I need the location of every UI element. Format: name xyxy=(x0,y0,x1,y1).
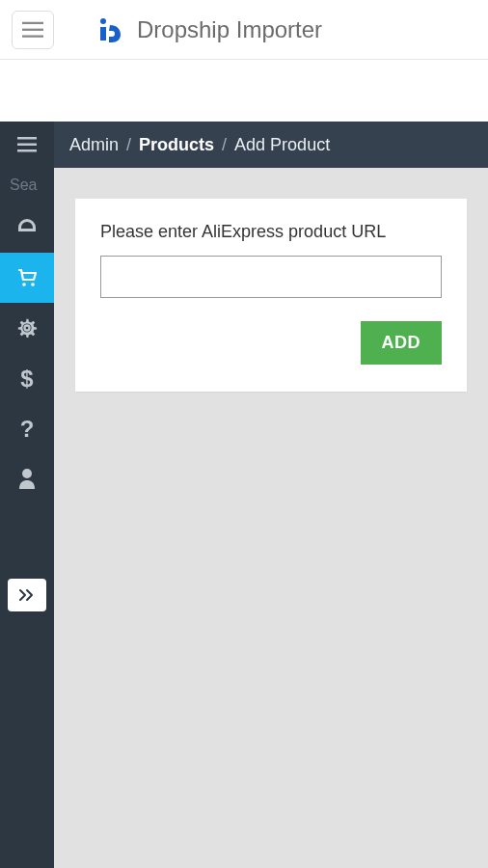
svg-point-11 xyxy=(31,283,35,286)
sidebar-item-help[interactable]: ? xyxy=(0,403,54,453)
main-container: Sea $ xyxy=(0,122,488,868)
gauge-icon xyxy=(15,216,39,239)
chevron-double-right-icon xyxy=(18,588,36,602)
menu-icon xyxy=(17,137,37,152)
top-header: Dropship Importer xyxy=(0,0,488,60)
breadcrumb-products[interactable]: Products xyxy=(139,135,214,155)
dollar-icon: $ xyxy=(19,366,35,391)
sidebar-search-placeholder: Sea xyxy=(10,176,37,194)
gear-icon xyxy=(16,317,38,339)
svg-rect-6 xyxy=(17,149,37,152)
product-url-input[interactable] xyxy=(100,256,442,298)
url-input-label: Please enter AliExpress product URL xyxy=(100,222,442,242)
svg-text:$: $ xyxy=(20,366,33,391)
sidebar-item-account[interactable] xyxy=(0,453,54,503)
user-icon xyxy=(17,468,37,489)
svg-point-10 xyxy=(22,283,26,286)
svg-rect-0 xyxy=(22,21,43,23)
app-title: Dropship Importer xyxy=(137,16,322,43)
sidebar-toggle-button[interactable] xyxy=(0,122,54,168)
add-button[interactable]: ADD xyxy=(361,321,443,365)
hamburger-button[interactable] xyxy=(12,11,54,49)
sidebar-item-products[interactable] xyxy=(0,253,54,303)
svg-rect-1 xyxy=(22,28,43,30)
logo-area: Dropship Importer xyxy=(95,14,322,45)
svg-rect-2 xyxy=(22,35,43,37)
cart-icon xyxy=(15,266,39,289)
svg-text:?: ? xyxy=(20,416,35,441)
header-gap xyxy=(0,60,488,122)
svg-rect-5 xyxy=(17,144,37,147)
breadcrumb-admin[interactable]: Admin xyxy=(69,135,119,155)
sidebar-expand-button[interactable] xyxy=(8,579,46,611)
breadcrumb: Admin / Products / Add Product xyxy=(54,122,488,168)
content-body: Please enter AliExpress product URL ADD xyxy=(54,168,488,868)
svg-point-14 xyxy=(22,469,32,478)
svg-point-9 xyxy=(30,225,32,227)
question-icon: ? xyxy=(19,416,35,441)
svg-point-8 xyxy=(26,223,28,225)
content-area: Admin / Products / Add Product Please en… xyxy=(54,122,488,868)
breadcrumb-add-product: Add Product xyxy=(234,135,330,155)
sidebar-item-dashboard[interactable] xyxy=(0,203,54,253)
svg-point-3 xyxy=(100,18,106,24)
svg-rect-4 xyxy=(17,137,37,140)
breadcrumb-sep: / xyxy=(126,135,131,155)
sidebar: Sea $ xyxy=(0,122,54,868)
sidebar-item-pricing[interactable]: $ xyxy=(0,353,54,403)
svg-point-7 xyxy=(22,225,24,227)
breadcrumb-sep: / xyxy=(222,135,227,155)
add-product-card: Please enter AliExpress product URL ADD xyxy=(75,199,467,392)
hamburger-icon xyxy=(22,21,43,39)
sidebar-search[interactable]: Sea xyxy=(0,168,54,203)
app-logo-icon xyxy=(95,14,125,45)
sidebar-item-settings[interactable] xyxy=(0,303,54,353)
